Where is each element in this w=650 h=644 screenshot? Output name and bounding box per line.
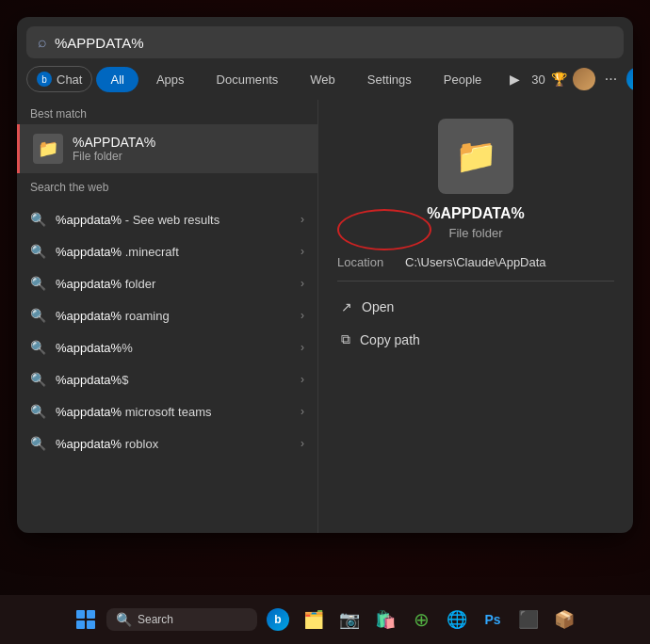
right-panel: 📁 %APPDATA% File folder Location C:\User… [318, 100, 633, 533]
web-item-text-5: %appdata%$ [56, 373, 291, 387]
bing-taskbar-icon[interactable]: b [263, 604, 293, 635]
arrow-icon-0: › [301, 213, 304, 226]
winrar-icon[interactable]: 📦 [549, 604, 579, 635]
arrow-icon-6: › [301, 405, 304, 418]
open-icon: ↗︎ [341, 299, 352, 314]
copy-path-label: Copy path [360, 332, 420, 347]
search-icon-6: 🔍 [30, 404, 46, 419]
web-item-1[interactable]: 🔍 %appdata% .minecraft › [17, 235, 317, 267]
left-panel: Best match 📁 %APPDATA% File folder Searc… [17, 100, 318, 533]
tab-chat[interactable]: b Chat [26, 66, 92, 92]
store-taskbar-icon: 🛍️ [375, 609, 396, 630]
windows-logo [76, 610, 95, 629]
web-item-text-2: %appdata% folder [56, 277, 291, 291]
bing-button[interactable]: b [626, 67, 633, 91]
best-match-type: File folder [73, 150, 155, 163]
preview-location-label: Location [337, 255, 394, 269]
search-icon-1: 🔍 [30, 244, 46, 259]
arrow-icon-7: › [301, 437, 304, 450]
folder-icon: 📁 [33, 134, 63, 164]
preview-actions: ↗︎ Open ⧉ Copy path [337, 293, 614, 354]
search-bar: ⌕ [26, 26, 624, 58]
open-label: Open [362, 299, 394, 314]
tab-web[interactable]: Web [296, 67, 349, 92]
search-icon: ⌕ [38, 34, 47, 51]
search-icon-3: 🔍 [30, 308, 46, 323]
trophy-icon: 🏆 [551, 72, 567, 87]
ps-taskbar-icon: Ps [484, 612, 500, 627]
tab-all-label: All [110, 72, 123, 87]
search-icon-4: 🔍 [30, 340, 46, 355]
preview-icon: 📁 [438, 119, 513, 194]
taskbar: 🔍 Search b 🗂️ 📷 🛍️ ⊕ 🌐 Ps ⬛ 📦 [0, 595, 650, 644]
web-item-6[interactable]: 🔍 %appdata% microsoft teams › [17, 395, 317, 427]
xbox-taskbar-icon: ⊕ [414, 608, 430, 631]
tab-people[interactable]: People [430, 67, 496, 92]
web-item-text-0: %appdata% - See web results [56, 213, 291, 227]
open-action[interactable]: ↗︎ Open [337, 293, 614, 321]
copy-path-action[interactable]: ⧉ Copy path [337, 325, 614, 354]
arrow-icon-1: › [301, 245, 304, 258]
start-button[interactable] [71, 604, 101, 635]
best-match-label: Best match [17, 100, 317, 124]
tab-chat-label: Chat [57, 72, 82, 87]
folder-taskbar-icon: 🗂️ [303, 609, 324, 630]
taskbar-search-icon: 🔍 [116, 612, 132, 627]
more-icon[interactable]: ··· [601, 71, 621, 88]
search-input[interactable] [55, 35, 612, 51]
photoshop-icon[interactable]: Ps [478, 604, 508, 635]
tab-web-label: Web [310, 72, 335, 87]
web-item-4[interactable]: 🔍 %appdata%% › [17, 331, 317, 363]
play-button[interactable]: ▶ [503, 68, 526, 90]
web-item-text-6: %appdata% microsoft teams [56, 405, 291, 419]
tab-all[interactable]: All [96, 67, 138, 92]
web-items: 🔍 %appdata% - See web results › 🔍 %appda… [17, 203, 317, 459]
web-item-2[interactable]: 🔍 %appdata% folder › [17, 267, 317, 299]
arrow-icon-5: › [301, 373, 304, 386]
preview-title: %APPDATA% [427, 205, 524, 222]
taskbar-search-text: Search [138, 613, 173, 626]
tab-settings[interactable]: Settings [353, 67, 426, 92]
browser-icon[interactable]: 🌐 [442, 604, 472, 635]
tab-documents[interactable]: Documents [203, 67, 293, 92]
tab-people-label: People [444, 72, 481, 87]
web-item-text-3: %appdata% roaming [56, 309, 291, 323]
preview-subtitle: File folder [448, 226, 502, 240]
tab-bar: b Chat All Apps Documents Web Settings P… [17, 58, 633, 100]
search-icon-7: 🔍 [30, 436, 46, 451]
web-item-0[interactable]: 🔍 %appdata% - See web results › [17, 203, 317, 235]
best-match-item[interactable]: 📁 %APPDATA% File folder [17, 124, 317, 173]
xbox-icon[interactable]: ⊕ [406, 604, 436, 635]
best-match-text: %APPDATA% File folder [73, 135, 155, 163]
tab-count: 30 [531, 72, 544, 87]
chat-icon: b [37, 72, 52, 87]
tab-documents-label: Documents [217, 72, 279, 87]
avatar[interactable] [573, 68, 595, 90]
web-item-text-7: %appdata% roblox [56, 437, 291, 451]
search-icon-5: 🔍 [30, 372, 46, 387]
file-explorer-icon[interactable]: 🗂️ [299, 604, 329, 635]
bing-logo: b [267, 608, 289, 631]
web-item-3[interactable]: 🔍 %appdata% roaming › [17, 299, 317, 331]
tab-settings-label: Settings [367, 72, 412, 87]
web-item-5[interactable]: 🔍 %appdata%$ › [17, 363, 317, 395]
arrow-icon-2: › [301, 277, 304, 290]
web-search-label: Search the web [17, 173, 317, 198]
web-item-7[interactable]: 🔍 %appdata% roblox › [17, 427, 317, 459]
preview-location: Location C:\Users\Claude\AppData [337, 255, 614, 282]
store-icon[interactable]: 🛍️ [370, 604, 400, 635]
tab-apps[interactable]: Apps [142, 67, 199, 92]
tab-bar-right: ▶ 30 🏆 ··· b [503, 67, 633, 91]
camera-icon[interactable]: 📷 [334, 604, 365, 635]
arrow-icon-4: › [301, 341, 304, 354]
preview-location-value: C:\Users\Claude\AppData [405, 255, 546, 269]
winrar-taskbar-icon: 📦 [554, 609, 575, 630]
todo-taskbar-icon: ⬛ [518, 609, 539, 630]
web-item-text-1: %appdata% .minecraft [56, 245, 291, 259]
search-icon-0: 🔍 [30, 212, 46, 227]
taskbar-search[interactable]: 🔍 Search [106, 608, 257, 631]
tab-apps-label: Apps [156, 72, 185, 87]
search-icon-2: 🔍 [30, 276, 46, 291]
copy-icon: ⧉ [341, 331, 350, 347]
todo-icon[interactable]: ⬛ [513, 604, 544, 635]
